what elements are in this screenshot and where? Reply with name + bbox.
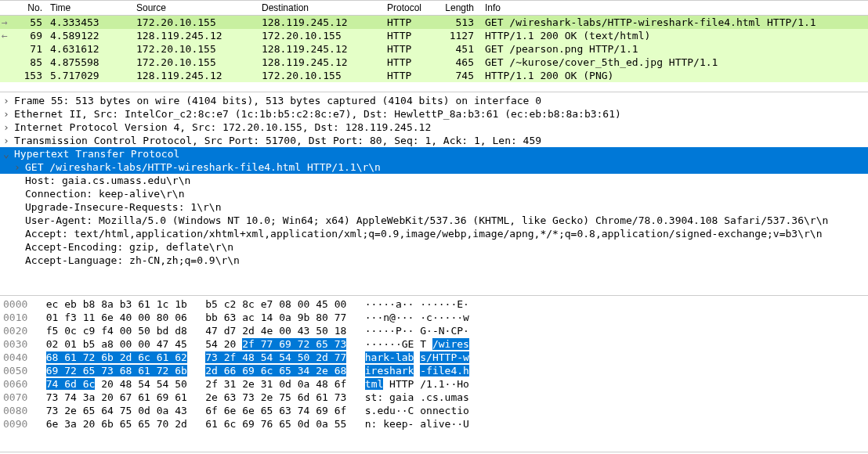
hex-ascii-2: ······E· — [414, 298, 468, 310]
hex-bytes-1: 68 61 72 6b 2d 6c 61 62 — [46, 351, 187, 363]
hex-ascii-2: onnectio — [414, 405, 468, 416]
header-row[interactable]: No. Time Source Destination Protocol Len… — [0, 1, 868, 16]
hex-bytes-1: ec eb b8 8a b3 61 1c 1b — [46, 298, 187, 310]
chevron-right-icon: › — [3, 134, 14, 147]
hex-bytes-2: 6f 6e 6e 65 63 74 69 6f — [205, 405, 346, 416]
hex-bytes-2: 2f 31 2e 31 0d 0a 48 6f — [205, 378, 346, 390]
hex-bytes-2: 61 6c 69 76 65 0d 0a 55 — [205, 418, 346, 430]
hex-ascii-1: ·····a·· — [365, 298, 414, 310]
hex-offset: 0090 — [3, 418, 27, 430]
cell-destination: 172.20.10.155 — [259, 29, 384, 42]
hex-row[interactable]: 0060 74 6d 6c 20 48 54 54 50 2f 31 2e 31… — [0, 377, 868, 391]
tree-http-connection[interactable]: Connection: keep-alive\r\n — [0, 187, 868, 200]
tree-ethernet[interactable]: ›Ethernet II, Src: IntelCor_c2:8c:e7 (1c… — [0, 107, 868, 121]
tree-http-accept-encoding[interactable]: Accept-Encoding: gzip, deflate\r\n — [0, 240, 868, 254]
col-time[interactable]: Time — [47, 1, 133, 16]
hex-ascii-1: ·····P·· — [365, 325, 414, 337]
cell-protocol: HTTP — [384, 69, 439, 82]
tree-frame[interactable]: ›Frame 55: 513 bytes on wire (4104 bits)… — [0, 94, 868, 107]
tree-tcp[interactable]: ›Transmission Control Protocol, Src Port… — [0, 134, 868, 147]
chevron-right-icon: › — [3, 121, 14, 134]
hex-bytes-2: 47 d7 2d 4e 00 43 50 18 — [205, 325, 346, 337]
hex-row[interactable]: 0010 01 f3 11 6e 40 00 80 06 bb 63 ac 14… — [0, 311, 868, 324]
cell-info: HTTP/1.1 200 OK (PNG) — [482, 69, 868, 82]
cell-length: 745 — [439, 69, 482, 82]
hex-offset: 0020 — [3, 325, 27, 337]
hex-row[interactable]: 0030 02 01 b5 a8 00 00 47 45 54 20 2f 77… — [0, 337, 868, 351]
tree-http[interactable]: ⌄Hypertext Transfer Protocol — [0, 147, 868, 160]
hex-ascii-1: ···n@··· — [365, 312, 414, 323]
packet-row[interactable]: 1535.717029128.119.245.12172.20.10.155HT… — [0, 69, 868, 82]
cell-source: 172.20.10.155 — [133, 42, 259, 56]
col-source[interactable]: Source — [133, 1, 259, 16]
hex-bytes-1: 73 2e 65 64 75 0d 0a 43 — [46, 405, 187, 416]
packet-details-pane[interactable]: ›Frame 55: 513 bytes on wire (4104 bits)… — [0, 92, 868, 296]
tree-http-host[interactable]: Host: gaia.cs.umass.edu\r\n — [0, 174, 868, 187]
packet-row[interactable]: 854.875598172.20.10.155128.119.245.12HTT… — [0, 56, 868, 69]
hex-ascii-2: .cs.umas — [414, 391, 468, 403]
hex-offset: 0040 — [3, 351, 27, 363]
hex-row[interactable]: 0040 68 61 72 6b 2d 6c 61 62 73 2f 48 54… — [0, 351, 868, 364]
hex-row[interactable]: 0070 73 74 3a 20 67 61 69 61 2e 63 73 2e… — [0, 391, 868, 404]
tree-http-uir[interactable]: Upgrade-Insecure-Requests: 1\r\n — [0, 200, 868, 214]
cell-info: GET /~kurose/cover_5th_ed.jpg HTTP/1.1 — [482, 56, 868, 69]
packet-list-pane[interactable]: No. Time Source Destination Protocol Len… — [0, 0, 868, 92]
col-length[interactable]: Length — [439, 1, 482, 16]
cell-destination: 172.20.10.155 — [259, 69, 384, 82]
hex-ascii-2: /1.1··Ho — [414, 378, 468, 390]
cell-time: 4.333453 — [47, 16, 133, 30]
tree-http-request-line[interactable]: ›GET /wireshark-labs/HTTP-wireshark-file… — [0, 160, 868, 174]
cell-info: GET /pearson.png HTTP/1.1 — [482, 42, 868, 56]
packet-row[interactable]: 714.631612172.20.10.155128.119.245.12HTT… — [0, 42, 868, 56]
hex-ascii-2: -file4.h — [414, 365, 468, 377]
cell-info: HTTP/1.1 200 OK (text/html) — [482, 29, 868, 42]
hex-ascii-1: st: gaia — [365, 391, 414, 403]
hex-ascii-1: s.edu··C — [365, 405, 414, 416]
tree-http-user-agent[interactable]: User-Agent: Mozilla/5.0 (Windows NT 10.0… — [0, 214, 868, 227]
cell-no: 69 — [16, 29, 47, 42]
packet-row[interactable]: →554.333453172.20.10.155128.119.245.12HT… — [0, 16, 868, 30]
hex-bytes-2: 2d 66 69 6c 65 34 2e 68 — [205, 365, 346, 377]
hex-row[interactable]: 0020 f5 0c c9 f4 00 50 bd d8 47 d7 2d 4e… — [0, 324, 868, 337]
packet-bytes-pane[interactable]: 0000 ec eb b8 8a b3 61 1c 1b b5 c2 8c e7… — [0, 296, 868, 452]
cell-source: 172.20.10.155 — [133, 56, 259, 69]
hex-bytes-1: 6e 3a 20 6b 65 65 70 2d — [46, 418, 187, 430]
cell-length: 513 — [439, 16, 482, 30]
col-info[interactable]: Info — [482, 1, 868, 16]
hex-ascii-2: T /wires — [414, 338, 468, 350]
col-no[interactable]: No. — [16, 1, 47, 16]
tree-ip[interactable]: ›Internet Protocol Version 4, Src: 172.2… — [0, 121, 868, 134]
hex-bytes-2: b5 c2 8c e7 08 00 45 00 — [205, 298, 346, 310]
hex-ascii-2: ·c·····w — [414, 312, 468, 323]
hex-row[interactable]: 0000 ec eb b8 8a b3 61 1c 1b b5 c2 8c e7… — [0, 297, 868, 311]
cell-no: 153 — [16, 69, 47, 82]
cell-protocol: HTTP — [384, 56, 439, 69]
cell-length: 1127 — [439, 29, 482, 42]
hex-row[interactable]: 0090 6e 3a 20 6b 65 65 70 2d 61 6c 69 76… — [0, 417, 868, 431]
arrow-icon: → — [0, 16, 16, 30]
hex-bytes-2: 2e 63 73 2e 75 6d 61 73 — [205, 391, 346, 403]
hex-ascii-1: tml HTTP — [365, 378, 414, 390]
packet-list-table[interactable]: No. Time Source Destination Protocol Len… — [0, 0, 868, 82]
cell-time: 4.589122 — [47, 29, 133, 42]
hex-offset: 0080 — [3, 405, 27, 416]
packet-row[interactable]: ←694.589122128.119.245.12172.20.10.155HT… — [0, 29, 868, 42]
cell-destination: 128.119.245.12 — [259, 42, 384, 56]
hex-offset: 0070 — [3, 391, 27, 403]
col-destination[interactable]: Destination — [259, 1, 384, 16]
hex-ascii-2: G·-N·CP· — [414, 325, 468, 337]
hex-bytes-1: 01 f3 11 6e 40 00 80 06 — [46, 312, 187, 323]
chevron-down-icon: ⌄ — [3, 147, 14, 160]
hex-row[interactable]: 0080 73 2e 65 64 75 0d 0a 43 6f 6e 6e 65… — [0, 404, 868, 417]
col-protocol[interactable]: Protocol — [384, 1, 439, 16]
hex-offset: 0000 — [3, 298, 27, 310]
hex-bytes-1: 74 6d 6c 20 48 54 54 50 — [46, 378, 187, 390]
hex-bytes-1: 73 74 3a 20 67 61 69 61 — [46, 391, 187, 403]
tree-http-accept-language[interactable]: Accept-Language: zh-CN,zh;q=0.9\r\n — [0, 254, 868, 267]
cell-source: 172.20.10.155 — [133, 16, 259, 30]
hex-ascii-2: s/HTTP-w — [414, 351, 468, 363]
hex-offset: 0050 — [3, 365, 27, 377]
tree-http-accept[interactable]: Accept: text/html,application/xhtml+xml,… — [0, 227, 868, 240]
hex-row[interactable]: 0050 69 72 65 73 68 61 72 6b 2d 66 69 6c… — [0, 364, 868, 377]
cell-time: 4.875598 — [47, 56, 133, 69]
